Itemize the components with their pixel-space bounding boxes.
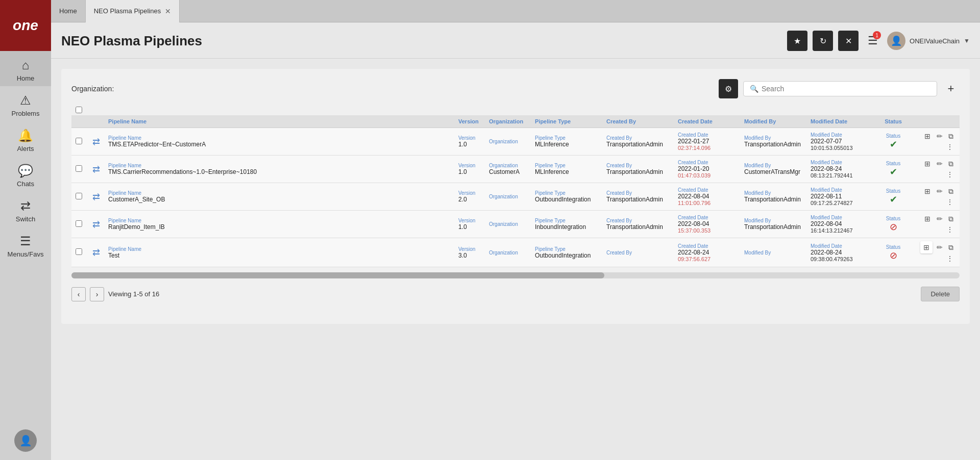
star-button[interactable]: ★ (787, 31, 807, 51)
row-copy-button[interactable]: ⧉ (946, 159, 955, 169)
col-header-created-by: Created By (602, 115, 674, 128)
user-area[interactable]: 👤 ONEIValueChain ▼ (887, 32, 970, 50)
row-copy-button[interactable]: ⧉ (946, 131, 955, 142)
row-pipeline-icon-cell: ⇄ (88, 156, 104, 183)
row-checkbox[interactable] (76, 138, 82, 144)
row-edit-button[interactable]: ✏ (935, 214, 945, 224)
switch-icon: ⇄ (20, 199, 31, 213)
page-title: NEO Plasma Pipelines (61, 33, 202, 49)
row-modified-date-value: 2022-08-24 (811, 165, 842, 172)
row-status-label: Status (882, 244, 904, 250)
sidebar-item-alerts[interactable]: 🔔 Alerts (0, 121, 51, 157)
chat-icon: 💬 (18, 164, 33, 178)
delete-button[interactable]: Delete (921, 287, 960, 301)
row-copy-button[interactable]: ⧉ (946, 186, 955, 197)
sidebar-item-problems[interactable]: ⚠ Problems (0, 86, 51, 121)
col-header-created-date: Created Date (674, 115, 740, 128)
row-version-label: Version (458, 218, 481, 223)
row-type-cell: Pipeline Type OutboundIntegration (531, 238, 602, 267)
sidebar-bottom: 👤 (0, 429, 51, 460)
row-grid-button[interactable]: ⊞ (922, 214, 933, 224)
row-grid-button[interactable]: ⊞ (920, 241, 933, 253)
row-more-button[interactable]: ⋮ (944, 197, 955, 207)
col-label-modified-by: Modified By (744, 118, 776, 124)
filter-button[interactable]: ⚙ (719, 79, 738, 98)
col-label-status: Status (885, 118, 902, 124)
row-modified-by-label: Modified By (744, 190, 802, 196)
tab-neo-plasma[interactable]: NEO Plasma Pipelines ✕ (86, 0, 180, 22)
row-edit-button[interactable]: ✏ (935, 159, 945, 169)
main-panel: Organization: ⚙ 🔍 + (61, 69, 970, 324)
row-modified-by-label: Modified By (744, 163, 802, 168)
notification-area[interactable]: ☰ 1 (868, 34, 878, 47)
row-actions-cell: ⊞ ✏ ⧉ ⋮ (909, 128, 960, 156)
delete-label: Delete (930, 290, 950, 298)
pipeline-icon: ⇄ (92, 219, 100, 229)
row-actions-cell: ⊞ ✏ ⧉ ⋮ (909, 183, 960, 211)
row-actions-cell: ⊞ ✏ ⧉ ⋮ (909, 238, 960, 267)
page-nav: ‹ › Viewing 1-5 of 16 (71, 287, 159, 301)
user-avatar-sidebar[interactable]: 👤 (14, 429, 37, 452)
col-label-type: Pipeline Type (535, 118, 571, 124)
col-header-organization: Organization (485, 115, 531, 128)
row-more-button[interactable]: ⋮ (944, 169, 955, 180)
tab-close-icon[interactable]: ✕ (165, 8, 171, 15)
sidebar-item-home[interactable]: ⌂ Home (0, 51, 51, 86)
row-more-button[interactable]: ⋮ (944, 253, 955, 264)
row-checkbox[interactable] (76, 193, 82, 199)
refresh-button[interactable]: ↻ (813, 31, 833, 51)
row-created-by-label: Created By (606, 190, 670, 196)
row-name-value: RanjitDemo_Item_IB (108, 223, 165, 231)
search-box[interactable]: 🔍 (743, 81, 937, 96)
row-modified-by-cell: Modified By TransportationAdmin (740, 128, 806, 156)
row-more-button[interactable]: ⋮ (944, 224, 955, 235)
row-copy-button[interactable]: ⧉ (946, 214, 955, 224)
search-input[interactable] (762, 85, 930, 93)
sidebar-item-chats[interactable]: 💬 Chats (0, 157, 51, 192)
table-row: ⇄ Pipeline Name TMS.CarrierRecommendatio… (71, 156, 960, 183)
row-grid-button[interactable]: ⊞ (922, 159, 933, 169)
row-created-by-cell: Created By TransportationAdmin (602, 183, 674, 211)
row-status-cell: Status ⊘ (878, 238, 909, 267)
app-logo[interactable]: one (0, 0, 51, 51)
row-modified-date-cell: Modified Date 2022-08-04 16:14:13.212467 (806, 211, 878, 238)
sidebar-item-menus[interactable]: ☰ Menus/Favs (0, 227, 51, 262)
row-modified-by-label: Modified By (744, 218, 802, 223)
select-all-checkbox[interactable] (76, 107, 82, 113)
row-edit-button[interactable]: ✏ (935, 186, 945, 196)
row-checkbox[interactable] (76, 220, 82, 227)
row-checkbox-cell (71, 156, 88, 183)
row-created-date-cell: Created Date 2022-08-24 09:37:56.627 (674, 238, 740, 267)
row-edit-button[interactable]: ✏ (935, 242, 945, 252)
row-edit-button[interactable]: ✏ (935, 131, 945, 141)
add-button[interactable]: + (942, 80, 960, 97)
row-org-cell: Organization CustomerA (485, 156, 531, 183)
row-modified-by-value: TransportationAdmin (744, 141, 801, 148)
row-grid-button[interactable]: ⊞ (922, 186, 933, 196)
status-icon-green: ✔ (890, 139, 897, 149)
row-checkbox[interactable] (76, 165, 82, 172)
row-more-button[interactable]: ⋮ (944, 142, 955, 152)
close-button[interactable]: ✕ (838, 31, 859, 51)
prev-page-button[interactable]: ‹ (71, 287, 86, 301)
row-name-cell: Pipeline Name Test (104, 238, 454, 267)
page-info: Viewing 1-5 of 16 (108, 290, 159, 298)
search-icon: 🔍 (750, 85, 758, 93)
row-modified-by-cell: Modified By CustomerATransMgr (740, 156, 806, 183)
row-checkbox[interactable] (76, 248, 82, 255)
row-modified-by-cell: Modified By (740, 238, 806, 267)
scroll-thumb[interactable] (71, 272, 604, 278)
row-grid-button[interactable]: ⊞ (922, 131, 933, 141)
row-modified-date-label: Modified Date (811, 215, 874, 220)
row-copy-button[interactable]: ⧉ (946, 242, 955, 253)
row-name-label: Pipeline Name (108, 190, 450, 196)
tab-home[interactable]: Home (51, 0, 86, 22)
row-created-by-cell: Created By TransportationAdmin (602, 211, 674, 238)
notification-badge: 1 (873, 31, 881, 39)
row-type-cell: Pipeline Type OutboundIntegration (531, 183, 602, 211)
horizontal-scrollbar[interactable] (71, 272, 960, 278)
sidebar-item-switch[interactable]: ⇄ Switch (0, 192, 51, 227)
col-label-version: Version (458, 118, 479, 124)
table-row: ⇄ Pipeline Name Test Version 3.0 Organiz… (71, 238, 960, 267)
next-page-button[interactable]: › (90, 287, 104, 301)
